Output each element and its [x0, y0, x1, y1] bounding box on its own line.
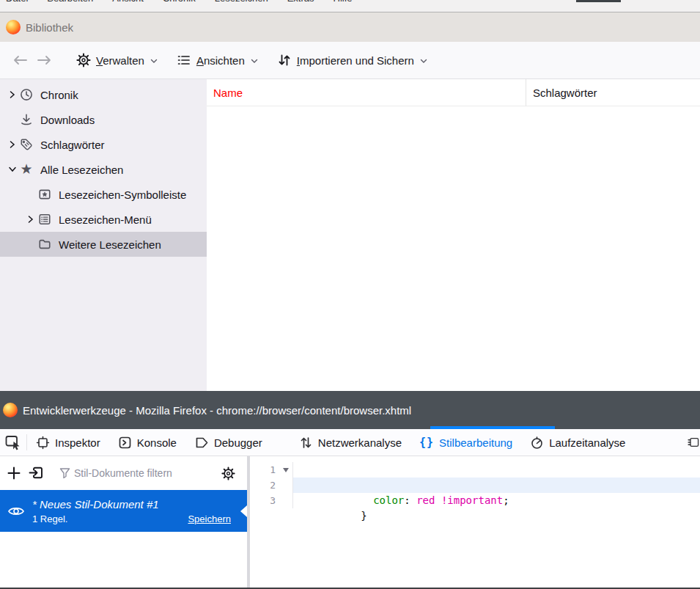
- star-icon: ★: [19, 162, 34, 177]
- back-button[interactable]: [7, 48, 32, 73]
- list-view-icon: [177, 53, 191, 67]
- screen: Datei Bearbeiten Ansicht Chronik Lesezei…: [0, 0, 700, 589]
- sidebar-item-schlagwoerter[interactable]: Schlagwörter: [0, 132, 207, 157]
- selected-item-notch: [240, 505, 247, 517]
- stylesheet-toolbar: [0, 456, 247, 490]
- sidebar-item-label: Schlagwörter: [40, 139, 105, 151]
- expand-chevron-icon[interactable]: [6, 140, 19, 149]
- stylesheet-name: * Neues Stil-Dokument #1: [32, 498, 231, 511]
- devtools-titlebar: Entwicklerwerkzeuge - Mozilla Firefox - …: [0, 391, 700, 429]
- views-label: Ansichten: [196, 54, 245, 67]
- filter-input[interactable]: [74, 467, 184, 479]
- library-titlebar: Bibliothek: [0, 12, 700, 42]
- library-sidebar: Chronik Downloads Schlagwörter: [0, 79, 207, 391]
- column-header-schlagwoerter[interactable]: Schlagwörter: [526, 79, 700, 106]
- expand-chevron-icon[interactable]: [6, 90, 19, 99]
- stylesheet-rule-count: 1 Regel.: [32, 513, 67, 524]
- tab-label: Laufzeitanalyse: [549, 436, 625, 449]
- tab-inspektor[interactable]: Inspektor: [27, 429, 109, 456]
- tab-stilbearbeitung[interactable]: {} Stilbearbeitung: [410, 429, 521, 456]
- plus-icon: [7, 466, 21, 480]
- bookmarks-toolbar-icon: [37, 187, 52, 202]
- new-stylesheet-button[interactable]: [4, 463, 24, 483]
- tab-debugger[interactable]: Debugger: [185, 429, 271, 456]
- sidebar-item-label: Downloads: [40, 114, 95, 126]
- manage-label: Verwalten: [96, 54, 144, 67]
- fold-toggle[interactable]: [279, 468, 292, 472]
- sidebar-item-lesezeichen-menue[interactable]: Lesezeichen-Menü: [0, 207, 207, 232]
- tab-label: Debugger: [214, 436, 262, 449]
- node-picker-button[interactable]: [0, 429, 26, 456]
- menu-lesezeichen[interactable]: Lesezeichen: [215, 0, 268, 12]
- css-source-editor[interactable]: 1 #placesContentTitle { 2 color: red !im…: [250, 456, 700, 588]
- menu-ansicht[interactable]: Ansicht: [112, 0, 144, 12]
- sidebar-item-label: Alle Lesezeichen: [40, 164, 123, 176]
- folder-icon: [37, 237, 52, 252]
- tab-speicher-partial[interactable]: [681, 429, 700, 456]
- menu-bearbeiten[interactable]: Bearbeiten: [47, 0, 93, 12]
- tag-icon: [19, 137, 34, 152]
- library-body: Chronik Downloads Schlagwörter: [0, 79, 700, 391]
- stylesheet-list-item-selected[interactable]: * Neues Stil-Dokument #1 1 Regel. Speich…: [0, 490, 247, 532]
- line-number: 1: [250, 462, 279, 478]
- menu-datei[interactable]: Datei: [6, 0, 28, 12]
- active-tab-indicator: [430, 426, 555, 429]
- menu-chronik[interactable]: Chronik: [163, 0, 196, 12]
- column-headers: Name Schlagwörter: [207, 79, 700, 106]
- sidebar-item-chronik[interactable]: Chronik: [0, 82, 207, 107]
- line-number: 3: [250, 493, 279, 508]
- console-icon: [118, 436, 132, 450]
- bookmarks-list-empty[interactable]: [207, 106, 700, 391]
- sidebar-item-weitere-lesezeichen[interactable]: Weitere Lesezeichen: [0, 232, 207, 257]
- eye-icon: [7, 505, 25, 517]
- style-editor-panel: * Neues Stil-Dokument #1 1 Regel. Speich…: [0, 456, 700, 588]
- gear-icon: [76, 53, 91, 67]
- menu-hilfe[interactable]: Hilfe: [334, 0, 353, 12]
- gutter: 1: [250, 462, 293, 478]
- tab-label: Netzwerkanalyse: [318, 436, 402, 449]
- gutter: 2: [250, 478, 293, 493]
- network-icon: [299, 436, 313, 450]
- forward-arrow-icon: [37, 55, 53, 65]
- code-line-active[interactable]: 2 color: red !important;: [250, 478, 700, 493]
- bookmarks-menu-icon: [37, 212, 52, 227]
- clock-icon: [19, 87, 34, 102]
- tab-konsole[interactable]: Konsole: [109, 429, 185, 456]
- collapse-chevron-icon[interactable]: [6, 167, 19, 172]
- style-editor-braces-icon: {}: [419, 436, 434, 449]
- save-link[interactable]: Speichern: [188, 513, 231, 524]
- filter-field[interactable]: [59, 467, 216, 479]
- gutter: 3: [250, 493, 293, 508]
- fold-arrow-icon: [283, 468, 289, 472]
- stylesheet-list-panel: * Neues Stil-Dokument #1 1 Regel. Speich…: [0, 456, 247, 588]
- manage-menu-button[interactable]: Verwalten: [76, 53, 158, 67]
- tab-netzwerkanalyse[interactable]: Netzwerkanalyse: [290, 429, 410, 456]
- line-number: 2: [250, 478, 279, 493]
- import-backup-menu-button[interactable]: Importieren und Sichern: [277, 53, 427, 67]
- toggle-visibility-button[interactable]: [0, 505, 32, 517]
- firefox-icon: [3, 403, 18, 417]
- menu-extras[interactable]: Extras: [287, 0, 314, 12]
- library-main-pane: Name Schlagwörter: [207, 79, 700, 391]
- devtools-tabbar: Inspektor Konsole Debugger Netzwerkanaly…: [0, 429, 700, 456]
- sidebar-item-downloads[interactable]: Downloads: [0, 107, 207, 132]
- import-stylesheet-button[interactable]: [26, 463, 46, 483]
- tab-laufzeitanalyse[interactable]: Laufzeitanalyse: [521, 429, 634, 456]
- column-header-name[interactable]: Name: [207, 79, 526, 106]
- node-picker-icon: [4, 434, 22, 450]
- tab-label: Stilbearbeitung: [439, 436, 512, 449]
- sidebar-item-alle-lesezeichen[interactable]: ★ Alle Lesezeichen: [0, 157, 207, 182]
- tab-label: Konsole: [137, 436, 177, 449]
- tab-label: Inspektor: [55, 436, 100, 449]
- forward-button[interactable]: [32, 48, 57, 73]
- sidebar-item-label: Lesezeichen-Symbolleiste: [59, 189, 186, 201]
- views-menu-button[interactable]: Ansichten: [177, 53, 258, 67]
- code-line[interactable]: 1 #placesContentTitle {: [250, 462, 700, 478]
- sidebar-item-lesezeichen-symbolleiste[interactable]: Lesezeichen-Symbolleiste: [0, 182, 207, 207]
- sidebar-item-label: Lesezeichen-Menü: [59, 213, 152, 226]
- code-line[interactable]: 3 }: [250, 493, 700, 508]
- chevron-down-icon: [251, 59, 258, 64]
- performance-icon: [530, 436, 544, 450]
- style-editor-options-button[interactable]: [218, 463, 238, 483]
- expand-chevron-icon[interactable]: [24, 215, 37, 224]
